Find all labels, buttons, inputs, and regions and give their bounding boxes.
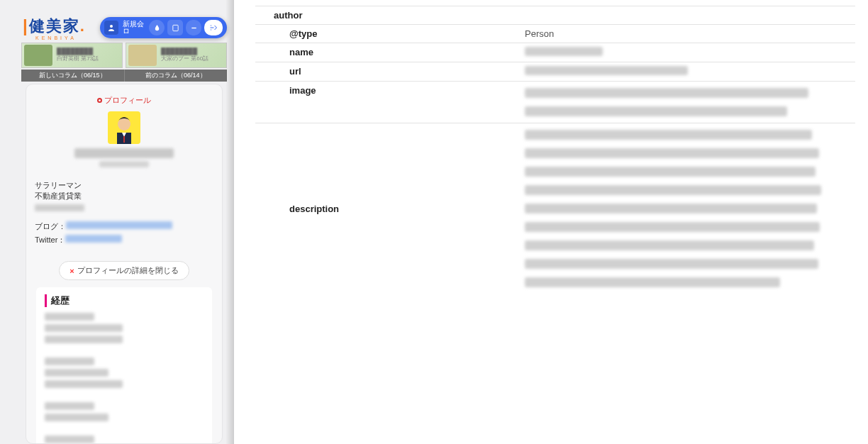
tag-salaryman: サラリーマン — [35, 180, 213, 191]
svg-rect-1 — [172, 25, 177, 30]
minimize-icon[interactable] — [186, 20, 201, 35]
blurred-text — [45, 402, 94, 410]
blurred-text — [45, 380, 123, 388]
author-name-blurred — [74, 148, 174, 158]
blog-link-blurred[interactable] — [66, 221, 172, 229]
val-desc-blurred — [525, 185, 821, 195]
blurred-text — [45, 335, 123, 343]
val-desc-blurred — [525, 240, 814, 250]
nav-older-column[interactable]: 前のコラム（06/14） — [125, 70, 228, 82]
blurred-text — [45, 369, 108, 377]
svg-line-4 — [215, 26, 217, 28]
svg-point-0 — [110, 25, 113, 28]
blurred-text — [45, 414, 108, 421]
blurred-text — [45, 357, 94, 365]
thumb-image-icon — [128, 45, 157, 66]
val-url-blurred — [525, 66, 688, 75]
blog-label: ブログ： — [35, 221, 66, 232]
drop-icon[interactable] — [149, 20, 165, 35]
twitter-link-blurred[interactable] — [65, 235, 122, 243]
blurred-title: ████████ — [57, 48, 99, 55]
thumb-image-icon — [24, 45, 52, 66]
column-caption: 白野英樹 第73話 — [57, 55, 99, 62]
column-caption: 大家のブー 第60話 — [161, 55, 208, 62]
site-preview-pane: | 健美家 . KENBIYA 新規会 ロ — [0, 0, 234, 444]
close-profile-button[interactable]: × プロフィールの詳細を閉じる — [59, 261, 189, 280]
key-description: description — [255, 204, 525, 214]
svg-point-6 — [211, 26, 211, 26]
schema-row-url[interactable]: url — [255, 62, 855, 82]
close-profile-label: プロフィールの詳細を閉じる — [77, 265, 179, 276]
tag-blurred — [35, 204, 84, 211]
val-desc-blurred — [525, 277, 780, 287]
key-name: name — [255, 47, 525, 57]
devtools-toolbar: 新規会 ロ — [100, 17, 227, 38]
key-type: @type — [255, 28, 525, 39]
key-url: url — [255, 66, 525, 77]
logo-subtext: KENBIYA — [35, 35, 84, 40]
author-reading-blurred — [99, 161, 149, 167]
profile-card: プロフィール サラリーマン 不動産賃貸業 ブログ： — [26, 84, 223, 444]
logo-dot-icon: . — [80, 17, 84, 35]
column-card-prev[interactable]: ████████ 白野英樹 第73話 — [21, 43, 123, 68]
key-image: image — [255, 85, 525, 96]
blurred-title: ████████ — [161, 48, 208, 55]
blurred-text — [45, 313, 94, 321]
schema-row-author[interactable]: author — [255, 6, 855, 25]
val-desc-blurred — [525, 204, 817, 213]
nav-newer-column[interactable]: 新しいコラム（06/15） — [21, 70, 125, 82]
blurred-text — [45, 435, 94, 443]
svg-point-9 — [118, 118, 130, 131]
logo-mark-icon: | — [23, 16, 28, 36]
schema-row-image[interactable]: image — [255, 82, 855, 123]
user-icon[interactable] — [104, 21, 118, 35]
val-desc-blurred — [525, 148, 819, 158]
twitter-label: Twitter： — [35, 235, 65, 245]
profile-section-text: プロフィール — [104, 95, 151, 106]
tag-realestate: 不動産賃貸業 — [35, 191, 213, 201]
column-card-next[interactable]: ████████ 大家のブー 第60話 — [126, 43, 227, 68]
schema-row-type[interactable]: @type Person — [255, 25, 855, 43]
val-image-blurred — [525, 88, 808, 98]
toolbar-label[interactable]: 新規会 ロ — [123, 21, 144, 35]
svg-rect-11 — [123, 136, 125, 143]
val-desc-blurred — [525, 130, 812, 140]
val-type: Person — [525, 28, 855, 39]
avatar — [108, 111, 140, 144]
val-image-blurred — [525, 106, 787, 116]
schema-row-name[interactable]: name — [255, 43, 855, 62]
schema-row-description[interactable]: description — [255, 123, 855, 294]
bullet-icon — [97, 98, 102, 103]
svg-point-7 — [211, 30, 211, 30]
logo-text: 健美家 — [29, 16, 80, 37]
val-name-blurred — [525, 47, 603, 56]
val-desc-blurred — [525, 167, 816, 177]
close-icon: × — [69, 267, 74, 275]
svg-line-5 — [215, 28, 217, 30]
val-desc-blurred — [525, 222, 820, 232]
profile-section-label: プロフィール — [97, 95, 151, 106]
site-logo[interactable]: | 健美家 . KENBIYA — [23, 16, 84, 40]
key-author: author — [255, 10, 525, 21]
close-toolbar-icon[interactable] — [204, 20, 223, 35]
blurred-text — [45, 324, 123, 332]
tablet-icon[interactable] — [167, 20, 183, 35]
val-desc-blurred — [525, 259, 818, 269]
history-title: 経歴 — [45, 294, 204, 307]
schema-inspector-pane: author @type Person name url image descr… — [234, 0, 868, 444]
history-card: 経歴 — [36, 287, 212, 444]
